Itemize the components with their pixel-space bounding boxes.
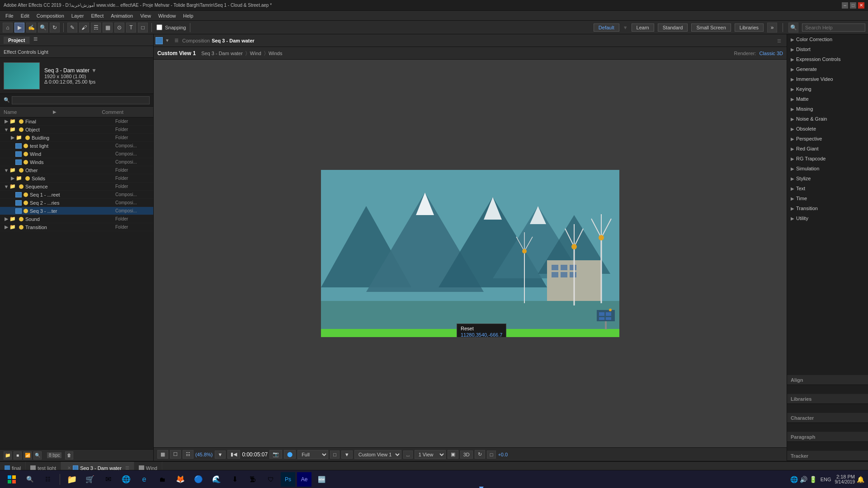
camera-button[interactable]: 📷 [269,450,282,459]
comp-tab-arrow[interactable]: ▼ [164,38,171,43]
taskbar-mail[interactable]: ✉ [100,471,116,488]
taskbar-search[interactable]: 🔍 [22,471,38,488]
tree-item[interactable]: ▼📁OtherFolder [0,166,153,174]
menu-composition[interactable]: Composition [33,12,68,19]
text-tool[interactable]: T [126,23,136,33]
workspace-learn[interactable]: Learn [632,23,654,32]
menu-window[interactable]: Window [155,12,179,19]
tree-item[interactable]: ▶📁SoundFolder [0,215,153,223]
workspace-more[interactable]: » [767,23,777,33]
zoom-tool[interactable]: 🔍 [38,23,48,33]
taskbar-files[interactable]: 🖿 [154,471,170,488]
menu-effect[interactable]: Effect [87,12,107,19]
effects-group-transition[interactable]: ▶Transition [787,203,868,213]
effects-group-rg-trapcode[interactable]: ▶RG Trapcode [787,154,868,164]
hand-tool[interactable]: ✍ [26,23,36,33]
workspace-standard[interactable]: Standard [658,23,688,32]
taskbar-volume[interactable]: 🔊 [800,476,807,483]
tree-item[interactable]: ▶📁TransitionFolder [0,223,153,231]
close-button[interactable]: ✕ [858,2,864,9]
tree-item[interactable]: test lightComposi... [0,142,153,150]
shape-tool[interactable]: □ [138,23,148,33]
pen-tool[interactable]: ✎ [67,23,77,33]
view-reset[interactable]: □ [487,450,496,459]
breadcrumb-seq3[interactable]: Seq 3 - Dam water [201,51,243,56]
effects-group-immersive-video[interactable]: ▶Immersive Video [787,74,868,84]
taskbar-other[interactable]: 🆕 [313,471,330,488]
menu-view[interactable]: View [137,12,155,19]
effects-group-stylize[interactable]: ▶Stylize [787,174,868,183]
taskbar-ps[interactable]: Ps [281,472,295,487]
taskbar-firefox[interactable]: 🦊 [172,471,189,488]
menu-file[interactable]: File [2,12,17,19]
effects-group-color-correction[interactable]: ▶Color Correction [787,34,868,44]
taskbar-task-view[interactable]: ☷ [40,471,56,488]
effects-group-time[interactable]: ▶Time [787,193,868,203]
tree-item[interactable]: Seq 1 - ...reetComposi... [0,191,153,199]
taskbar-explorer[interactable]: 📁 [64,471,80,488]
region-of-interest[interactable]: ☐ [170,450,181,459]
taskbar-store[interactable]: 🛒 [82,471,98,488]
taskbar-ae[interactable]: Ae [297,472,311,487]
clone-tool[interactable]: ☴ [91,23,101,33]
taskbar-browser2[interactable]: 🌊 [208,471,225,488]
new-folder-button[interactable]: 📁 [4,451,12,460]
project-search-input[interactable] [12,96,150,104]
taskbar-browser[interactable]: 🌐 [118,471,134,488]
effects-group-noise-&-grain[interactable]: ▶Noise & Grain [787,114,868,124]
effects-group-generate[interactable]: ▶Generate [787,64,868,74]
tree-item[interactable]: ▼📁SequenceFolder [0,183,153,191]
import-button[interactable]: 📶 [24,451,32,460]
taskbar-security[interactable]: 🛡 [263,471,279,488]
frame-step-back[interactable]: ▮◀ [227,450,240,459]
taskbar-download[interactable]: ⬇ [226,471,243,488]
delete-button[interactable]: 🗑 [65,451,73,460]
effects-group-simulation[interactable]: ▶Simulation [787,164,868,174]
view-safe-margins[interactable]: ▣ [448,450,458,459]
puppet-tool[interactable]: ⊙ [114,23,124,33]
breadcrumb-wind[interactable]: Wind [250,51,261,56]
color-picker-button[interactable]: ⬤ [284,450,296,459]
tree-item[interactable]: WindsComposi... [0,158,153,166]
breadcrumb-winds[interactable]: Winds [269,51,283,56]
effects-group-perspective[interactable]: ▶Perspective [787,134,868,144]
comp-tab-options[interactable]: ☰ [171,38,182,43]
home-button[interactable]: ⌂ [3,23,13,33]
fast-preview[interactable]: □ [330,450,340,459]
tree-item[interactable]: ▶📁SolidsFolder [0,174,153,183]
minimize-button[interactable]: – [842,2,848,9]
taskbar-network[interactable]: 🌐 [790,476,798,483]
effects-group-missing[interactable]: ▶Missing [787,104,868,114]
taskbar-ie[interactable]: e [136,471,152,488]
view-layout-select[interactable]: 1 View2 Views [415,450,446,459]
menu-help[interactable]: Help [179,12,197,19]
snap-to-grid-button[interactable]: ▦ [157,450,168,459]
workspace-default[interactable]: Default [594,23,619,32]
zoom-dropdown[interactable]: ▼ [215,450,226,459]
search-bottom-button[interactable]: 🔍 [33,451,42,460]
tree-item[interactable]: ▼📁ObjectFolder [0,126,153,134]
tree-item[interactable]: Seq 3 - ...terComposi... [0,207,153,215]
tree-item[interactable]: ▶📁BuidlingFolder [0,134,153,142]
quality-select[interactable]: FullHalfQuarter [297,450,328,459]
panel-menu-icon[interactable]: ☰ [33,37,38,44]
rotate-tool[interactable]: ↻ [50,23,60,33]
select-tool[interactable]: ▶ [14,23,24,33]
taskbar-battery[interactable]: 🔋 [809,476,817,483]
effects-group-red-giant[interactable]: ▶Red Giant [787,144,868,154]
view-preset-select[interactable]: Custom View 1Active Camera [354,450,401,459]
view-layout[interactable]: ⎵ [403,450,413,459]
view-options[interactable]: ▼ [341,450,353,459]
effects-group-distort[interactable]: ▶Distort [787,44,868,54]
tree-item[interactable]: WindComposi... [0,150,153,158]
effects-group-utility[interactable]: ▶Utility [787,213,868,223]
maximize-button[interactable]: □ [850,2,856,9]
menu-animation[interactable]: Animation [107,12,137,19]
transparency-grid[interactable]: ☷ [183,450,193,459]
viewport[interactable]: Reset 11280,3540,-666.7 Point ▼ [154,60,787,447]
taskbar-archive[interactable]: 🗜 [245,471,261,488]
eraser-tool[interactable]: ▦ [103,23,113,33]
effects-group-expression-controls[interactable]: ▶Expression Controls [787,54,868,64]
tree-item[interactable]: Seq 2 - ...riesComposi... [0,199,153,207]
start-button[interactable] [4,471,20,488]
